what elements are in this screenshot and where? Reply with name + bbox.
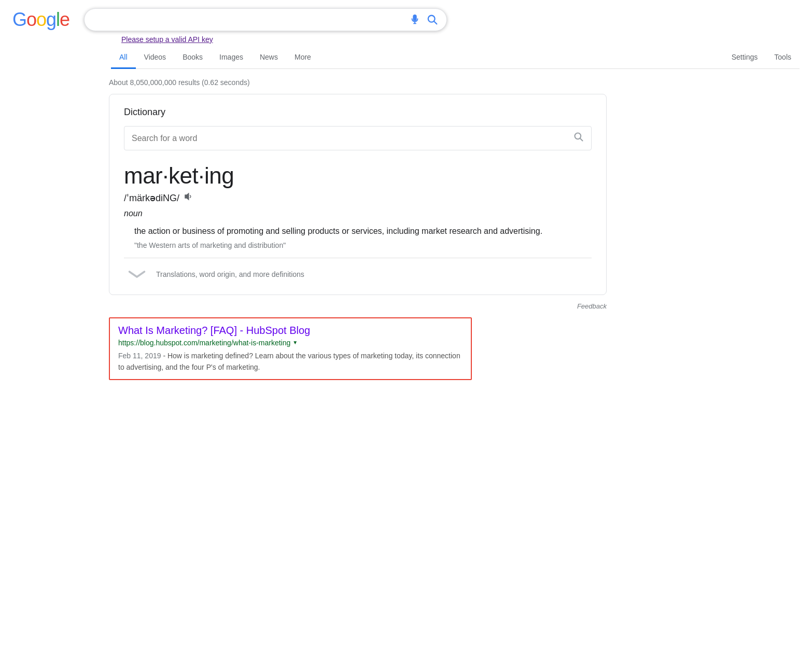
logo-o2: o <box>36 9 46 31</box>
word-part-of-speech: noun <box>124 209 592 218</box>
search-input[interactable]: what is marketing? <box>93 15 409 25</box>
word-heading: mar·ket·ing <box>124 163 592 189</box>
nav-tabs: All Videos Books Images News More Settin… <box>111 47 800 69</box>
dictionary-expand[interactable]: Translations, word origin, and more defi… <box>124 258 592 282</box>
search-submit-icon[interactable] <box>427 14 438 25</box>
logo-g: G <box>12 9 26 31</box>
svg-line-5 <box>580 138 583 141</box>
logo-g2: g <box>46 9 56 31</box>
search-result-item: What Is Marketing? [FAQ] - HubSpot Blog … <box>109 317 472 381</box>
logo-o1: o <box>26 9 36 31</box>
tab-videos[interactable]: Videos <box>136 47 175 69</box>
result-title-link[interactable]: What Is Marketing? [FAQ] - HubSpot Blog <box>118 325 463 337</box>
phonetic-text: /ˈmärkədiNG/ <box>124 192 179 204</box>
google-logo[interactable]: Google <box>12 9 69 31</box>
svg-line-3 <box>434 21 437 24</box>
tab-all[interactable]: All <box>111 47 136 69</box>
feedback-row: Feedback <box>109 299 607 313</box>
search-bar: what is marketing? <box>84 8 447 31</box>
expand-chevron-icon <box>124 267 150 282</box>
result-url[interactable]: https://blog.hubspot.com/marketing/what-… <box>118 339 463 347</box>
header: Google what is marketing? Plea <box>0 0 812 69</box>
sound-icon[interactable] <box>184 192 193 204</box>
word-phonetic: /ˈmärkədiNG/ <box>124 192 592 204</box>
results-count: About 8,050,000,000 results (0.62 second… <box>109 69 610 94</box>
word-definition: the action or business of promoting and … <box>124 225 592 238</box>
logo-l: l <box>56 9 60 31</box>
dictionary-section-title: Dictionary <box>124 107 592 118</box>
url-dropdown-icon: ▼ <box>292 340 298 345</box>
tab-images[interactable]: Images <box>211 47 251 69</box>
tab-news[interactable]: News <box>251 47 286 69</box>
tab-more[interactable]: More <box>286 47 319 69</box>
dictionary-search-input[interactable] <box>132 134 573 143</box>
search-icons <box>409 14 438 25</box>
feedback-link[interactable]: Feedback <box>577 302 607 310</box>
api-key-notice[interactable]: Please setup a valid API key <box>121 35 800 44</box>
result-date: Feb 11, 2019 <box>118 352 161 360</box>
main-content: About 8,050,000,000 results (0.62 second… <box>0 69 622 393</box>
result-url-text: https://blog.hubspot.com/marketing/what-… <box>118 339 290 347</box>
tab-settings[interactable]: Settings <box>723 47 766 69</box>
dictionary-card: Dictionary mar·ket·ing /ˈmärkədiNG/ <box>109 94 607 295</box>
result-snippet: Feb 11, 2019 - How is marketing defined?… <box>118 350 463 373</box>
result-snippet-text: - How is marketing defined? Learn about … <box>118 352 460 371</box>
dictionary-search-bar <box>124 126 592 150</box>
expand-label: Translations, word origin, and more defi… <box>156 270 304 278</box>
logo-e: e <box>60 9 69 31</box>
word-example: "the Western arts of marketing and distr… <box>124 241 592 249</box>
tab-tools[interactable]: Tools <box>766 47 800 69</box>
svg-marker-6 <box>185 193 189 201</box>
dictionary-search-icon[interactable] <box>573 132 584 145</box>
header-top: Google what is marketing? <box>12 8 800 31</box>
mic-icon[interactable] <box>409 14 421 25</box>
tab-books[interactable]: Books <box>174 47 211 69</box>
